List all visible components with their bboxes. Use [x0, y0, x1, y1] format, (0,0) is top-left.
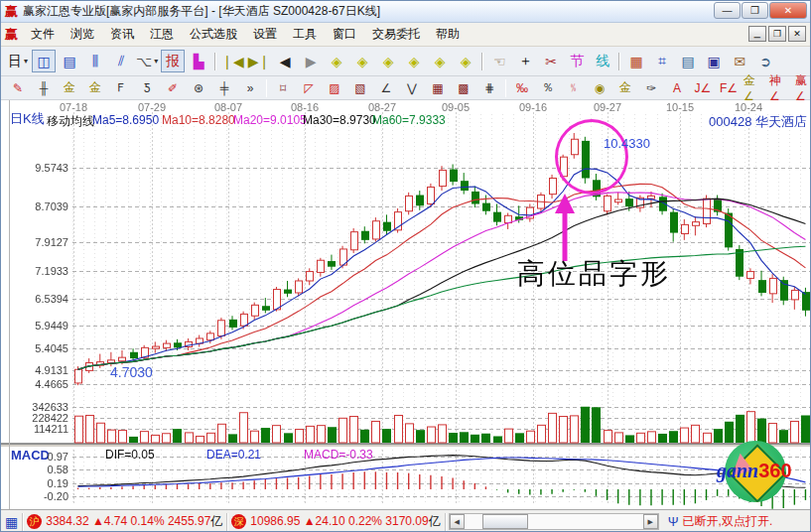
info-panel-icon[interactable]: ▤ — [58, 50, 81, 72]
menu-item-7[interactable]: 窗口 — [325, 24, 364, 45]
child-restore-button[interactable]: ❐ — [768, 26, 786, 42]
gann-fan-icon[interactable]: ◸ — [297, 78, 321, 98]
calculator-icon[interactable]: ⌗ — [650, 50, 674, 72]
date-tick: 08-07 — [214, 101, 242, 113]
dea-value: DEA=0.21 — [206, 448, 261, 462]
connection-text: 已断开,双点打开. — [683, 513, 773, 530]
permille-icon[interactable]: ‰ — [510, 78, 534, 98]
indicator-template-icon[interactable]: 报 — [161, 50, 185, 72]
connection-status[interactable]: Ψ 已断开,双点打开. — [662, 513, 779, 530]
kline-view-icon[interactable]: ◫ — [32, 50, 56, 72]
hash-icon[interactable]: ╪ — [212, 78, 236, 98]
line-mode-icon[interactable]: 线 — [591, 50, 614, 72]
zigzag-icon[interactable]: ⋁ — [400, 78, 424, 98]
minimize-button[interactable]: — — [714, 2, 741, 19]
expand-h-diamond-icon[interactable]: ◈ — [428, 50, 452, 72]
measure-icon[interactable]: ✂ — [539, 50, 563, 72]
shenzhen-index-segment[interactable]: 深 10986.95 ▲24.10 0.22% 3170.09亿 — [227, 513, 445, 531]
angle-win-icon[interactable]: 赢∠ — [794, 78, 811, 98]
last-page-icon[interactable]: ▶❘ — [247, 50, 272, 72]
antenna-icon: Ψ — [668, 514, 679, 529]
percent-icon[interactable]: ％ — [536, 78, 560, 98]
color-volume-icon[interactable]: ▙ — [187, 50, 210, 72]
menu-item-9[interactable]: 帮助 — [428, 24, 468, 45]
close-button[interactable]: ✕ — [769, 2, 807, 19]
child-minimize-button[interactable]: ＿ — [748, 26, 766, 42]
calendar-icon[interactable]: ▦ — [624, 50, 648, 72]
grid-tool-icon[interactable]: ╫ — [32, 78, 56, 98]
date-tick: 10-15 — [666, 101, 694, 113]
date-tick: 09-05 — [442, 101, 470, 113]
grid-box-icon[interactable]: ▦ — [426, 78, 450, 98]
zoom-left-diamond-icon[interactable]: ◈ — [325, 50, 348, 72]
more-tools-chevron[interactable]: » — [238, 78, 262, 98]
save-icon[interactable]: ▣ — [702, 50, 726, 72]
zoom-out-diamond-icon[interactable]: ◈ — [402, 50, 426, 72]
horizontal-scrollbar[interactable]: ◀ ▶ — [449, 513, 659, 530]
red-pen-icon[interactable]: ✎ — [6, 78, 30, 98]
menu-item-2[interactable]: 资讯 — [102, 24, 142, 45]
angle-shen-icon[interactable]: 神∠ — [768, 78, 792, 98]
calendar-status-segment[interactable]: ▦ — [1, 513, 23, 531]
angle-f-icon[interactable]: F∠ — [717, 78, 741, 98]
cycle-clock-icon[interactable]: ⊛ — [187, 78, 210, 98]
first-page-icon[interactable]: ❘◀ — [220, 50, 245, 72]
brush-icon[interactable]: ✐ — [161, 78, 185, 98]
gann-grid-gold-icon[interactable]: 金 — [58, 78, 81, 98]
scroll-right-arrow[interactable]: ▶ — [643, 514, 658, 529]
gann-grid-gold2-icon[interactable]: 金 — [83, 78, 107, 98]
child-close-button[interactable]: ✕ — [788, 26, 806, 42]
price-tick: 7.9127 — [17, 236, 68, 248]
flask-icon[interactable]: ⌥▾ — [135, 50, 159, 72]
fibonacci-f-icon[interactable]: Ｆ — [109, 78, 133, 98]
gann-box-icon[interactable]: ▧ — [348, 78, 372, 98]
wave-a-icon[interactable]: A — [665, 78, 689, 98]
ma20-value: Ma20=9.0105 — [233, 113, 307, 127]
zoom-right-diamond-icon[interactable]: ◈ — [350, 50, 374, 72]
gann-box-fan-icon[interactable]: ▨ — [323, 78, 346, 98]
angle-gold-icon[interactable]: 金∠ — [743, 78, 766, 98]
menu-item-6[interactable]: 工具 — [285, 24, 325, 45]
menu-item-4[interactable]: 公式选股 — [182, 24, 245, 45]
title-bar[interactable]: 赢 赢家江恩专业版[赢家内部服务平台] - [华天酒店 SZ000428-67日… — [1, 1, 810, 23]
prev-bar-icon[interactable]: ◀ — [273, 50, 297, 72]
mail-icon[interactable]: ✉ — [728, 50, 751, 72]
pattern-annotation-text: 高位品字形 — [517, 255, 671, 293]
menu-item-3[interactable]: 江恩 — [142, 24, 182, 45]
festival-icon[interactable]: 节 — [565, 50, 589, 72]
expand-v-diamond-icon[interactable]: ◈ — [454, 50, 477, 72]
angle-j-icon[interactable]: J∠ — [691, 78, 715, 98]
period-day-selector[interactable]: 日▾ — [6, 50, 30, 72]
crosshair-icon[interactable]: ＋ — [513, 50, 537, 72]
menu-item-5[interactable]: 设置 — [245, 24, 285, 45]
menu-item-8[interactable]: 交易委托 — [364, 24, 428, 45]
gold-line-icon[interactable]: 金 — [613, 78, 637, 98]
next-bar-icon[interactable]: ▶ — [299, 50, 323, 72]
scroll-thumb[interactable] — [482, 514, 528, 529]
date-tick: 09-16 — [519, 101, 547, 113]
ma60-value: Ma60=7.9333 — [372, 113, 446, 127]
menu-item-1[interactable]: 浏览 — [63, 24, 102, 45]
transfer-icon[interactable]: ➲ — [753, 50, 777, 72]
notepad-icon[interactable]: ▤ — [676, 50, 700, 72]
grid-box2-icon[interactable]: ▩ — [452, 78, 475, 98]
gold-circle-icon[interactable]: ◉ — [588, 78, 611, 98]
scroll-left-arrow[interactable]: ◀ — [450, 514, 465, 529]
pan-hand-icon[interactable]: ☜ — [487, 50, 511, 72]
toolbar-main: 日▾◫▤⫼⫽⌥▾报▙❘◀▶❘◀▶◈◈◈◈◈◈☜＋✂节线▦⌗▤▣✉➲ — [1, 47, 810, 76]
date-tick: 09-27 — [594, 101, 621, 113]
restore-button[interactable]: ❐ — [742, 2, 768, 19]
box-lines-icon[interactable]: ⌑ — [271, 78, 295, 98]
menu-item-0[interactable]: 文件 — [23, 24, 63, 45]
wave5-icon[interactable]: Ƽ — [135, 78, 159, 98]
zoom-in-diamond-icon[interactable]: ◈ — [376, 50, 400, 72]
slash-lines-icon[interactable]: ⋕ — [477, 78, 501, 98]
chart-area[interactable]: 07-1807-2908-0708-1608-2709-0509-1609-27… — [1, 100, 811, 509]
min3-bars-icon[interactable]: ⫼ — [83, 50, 107, 72]
percent-line-icon[interactable]: ﹪ — [562, 78, 586, 98]
menu-bar: 赢 文件浏览资讯江恩公式选股设置工具窗口交易委托帮助 ＿ ❐ ✕ — [1, 23, 810, 47]
shanghai-index-segment[interactable]: 沪 3384.32 ▲4.74 0.14% 2455.97亿 — [23, 513, 227, 531]
angle-line-icon[interactable]: ∠ — [374, 78, 398, 98]
min9-bars-icon[interactable]: ⫽ — [109, 50, 133, 72]
vertical-pen-icon[interactable]: ✑ — [639, 78, 663, 98]
